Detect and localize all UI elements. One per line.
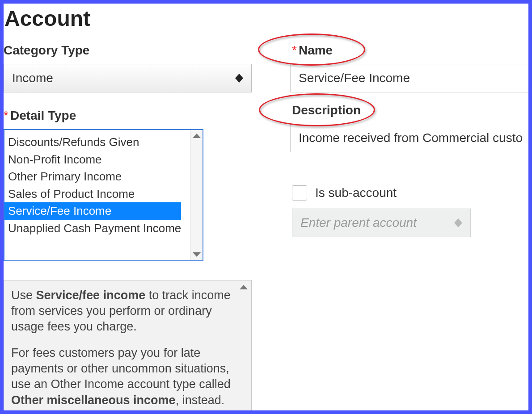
chevron-up-down-icon: [454, 218, 462, 227]
detail-type-option[interactable]: Unapplied Cash Payment Income: [4, 220, 190, 237]
name-input[interactable]: Service/Fee Income: [290, 64, 532, 92]
parent-account-placeholder: Enter parent account: [300, 216, 417, 230]
chevron-up-down-icon: [235, 74, 243, 83]
is-sub-account-checkbox[interactable]: [292, 185, 307, 201]
detail-type-label: Detail Type: [4, 109, 252, 123]
scroll-up-icon[interactable]: [240, 285, 248, 289]
detail-type-option[interactable]: Service/Fee Income: [4, 202, 181, 220]
help-text: Use: [11, 289, 36, 302]
detail-type-option[interactable]: Discounts/Refunds Given: [4, 134, 190, 151]
name-value: Service/Fee Income: [299, 71, 410, 85]
detail-type-option[interactable]: Non-Profit Income: [4, 151, 190, 168]
help-text: , instead.: [176, 393, 225, 407]
detail-type-option[interactable]: Other Primary Income: [4, 168, 190, 185]
page-title: Account: [4, 6, 528, 31]
help-text: For fees customers pay you for late paym…: [11, 346, 231, 391]
is-sub-account-label: Is sub-account: [315, 186, 397, 200]
scroll-down-icon[interactable]: [193, 252, 201, 257]
description-input[interactable]: Income received from Commercial custo: [290, 124, 532, 152]
parent-account-select[interactable]: Enter parent account: [292, 209, 471, 237]
description-label: Description: [292, 103, 532, 117]
scrollbar[interactable]: [190, 130, 203, 260]
category-type-value: Income: [12, 71, 53, 85]
detail-type-listbox[interactable]: Discounts/Refunds GivenNon-Profit Income…: [4, 129, 203, 261]
detail-type-option[interactable]: Sales of Product Income: [4, 185, 190, 203]
category-type-label: Category Type: [4, 43, 252, 58]
name-label: Name: [292, 43, 532, 58]
category-type-select[interactable]: Income: [4, 64, 252, 92]
help-text-bold: Other miscellaneous income: [11, 393, 176, 407]
help-text-bold: Service/fee income: [36, 289, 146, 302]
detail-type-help-panel: Use Service/fee income to track income f…: [4, 280, 252, 414]
description-value: Income received from Commercial custo: [299, 131, 523, 145]
scroll-up-icon[interactable]: [193, 134, 201, 138]
